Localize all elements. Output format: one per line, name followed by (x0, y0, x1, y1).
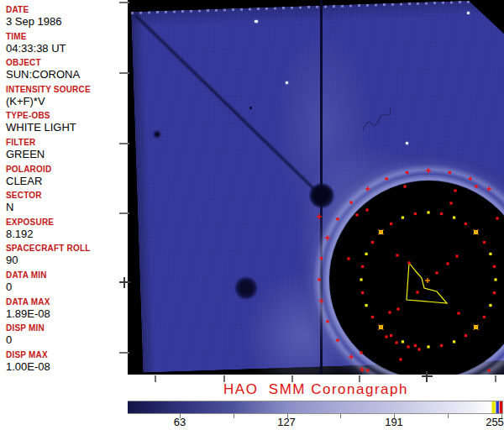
metadata-field: SPACECRAFT ROLL90 (6, 244, 128, 266)
frame-tick (495, 375, 496, 382)
metadata-value: N (6, 201, 128, 213)
frame-tick (426, 371, 428, 382)
frame-tick (155, 375, 156, 382)
metadata-field: POLAROIDCLEAR (6, 165, 128, 187)
metadata-field: SECTORN (6, 191, 128, 213)
metadata-field: INTENSITY SOURCE(K+F)*V (6, 85, 128, 108)
metadata-value: 04:33:38 UT (6, 42, 128, 55)
metadata-label: SPACECRAFT ROLL (6, 244, 128, 253)
metadata-value: 3 Sep 1986 (6, 15, 128, 28)
metadata-field: DISP MAX1.00E-08 (6, 350, 128, 373)
metadata-field: DATE3 Sep 1986 (6, 5, 128, 28)
metadata-panel: DATE3 Sep 1986TIME04:33:38 UTOBJECTSUN:C… (0, 0, 128, 430)
metadata-field: OBJECTSUN:CORONA (6, 58, 128, 81)
metadata-field: FILTERGREEN (6, 138, 128, 160)
metadata-field: DATA MIN0 (6, 270, 128, 293)
colorbar-tick-label: 255 (486, 416, 504, 428)
metadata-label: INTENSITY SOURCE (6, 85, 128, 94)
colorbar-tick-label: 191 (385, 416, 403, 428)
coronagraph-viewer-window: DATE3 Sep 1986TIME04:33:38 UTOBJECTSUN:C… (0, 0, 504, 430)
metadata-label: DISP MAX (6, 350, 128, 359)
metadata-field: DATA MAX1.89E-08 (6, 297, 128, 320)
metadata-value: 0 (6, 333, 128, 346)
fiducial-marker-overlay (128, 0, 504, 375)
colorbar-tick (234, 414, 234, 418)
frame-tick (119, 143, 129, 144)
coronagraph-image-canvas (128, 0, 504, 375)
metadata-value: GREEN (6, 148, 128, 160)
metadata-label: DATE (6, 5, 128, 14)
metadata-field: TIME04:33:38 UT (6, 32, 128, 55)
frame-tick (119, 212, 129, 214)
metadata-field: TYPE-OBSWHITE LIGHT (6, 111, 128, 134)
metadata-value: 1.89E-08 (6, 307, 128, 320)
colorbar-tick (340, 414, 341, 418)
metadata-value: 8.192 (6, 228, 128, 240)
intensity-colorbar (72, 401, 503, 414)
metadata-value: 90 (6, 254, 128, 266)
metadata-label: DATA MIN (6, 270, 128, 280)
metadata-label: POLAROID (6, 165, 128, 174)
metadata-label: EXPOSURE (6, 218, 128, 227)
metadata-value: SUN:CORONA (6, 68, 128, 81)
frame-tick (223, 375, 225, 382)
frame-tick (119, 72, 129, 74)
metadata-label: TIME (6, 32, 128, 41)
metadata-value: 0 (6, 281, 128, 293)
metadata-label: SECTOR (6, 191, 128, 200)
frame-tick (359, 375, 360, 382)
metadata-field: DISP MIN0 (6, 323, 128, 346)
frame-tick (291, 375, 293, 382)
metadata-value: 1.00E-08 (6, 360, 128, 373)
frame-tick (119, 2, 129, 3)
metadata-field: EXPOSURE8.192 (6, 218, 128, 240)
metadata-label: TYPE-OBS (6, 111, 128, 120)
metadata-value: (K+F)*V (6, 95, 128, 108)
colorbar-tick-label: 63 (174, 416, 186, 428)
metadata-label: FILTER (6, 138, 128, 147)
metadata-label: DISP MIN (6, 323, 128, 333)
metadata-value: WHITE LIGHT (6, 121, 128, 134)
metadata-value: CLEAR (6, 175, 128, 187)
metadata-label: OBJECT (6, 58, 128, 67)
colorbar-tick (448, 414, 449, 418)
image-title: HAO SMM Coronagraph (128, 381, 504, 398)
colorbar-tick-label: 127 (277, 416, 296, 428)
frame-tick (123, 277, 125, 288)
frame-tick (119, 352, 129, 354)
metadata-label: DATA MAX (6, 297, 128, 307)
